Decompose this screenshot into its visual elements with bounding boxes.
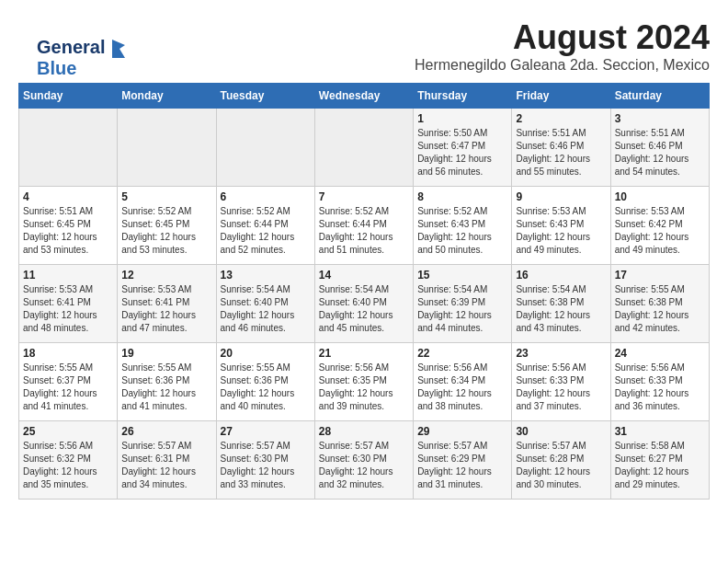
calendar-cell: 5Sunrise: 5:52 AM Sunset: 6:45 PM Daylig… bbox=[118, 187, 216, 265]
day-number: 21 bbox=[319, 347, 409, 360]
cell-info: Sunrise: 5:51 AM Sunset: 6:46 PM Dayligh… bbox=[615, 127, 705, 178]
calendar-cell: 3Sunrise: 5:51 AM Sunset: 6:46 PM Daylig… bbox=[610, 109, 709, 187]
calendar-cell bbox=[118, 109, 216, 187]
calendar-cell: 12Sunrise: 5:53 AM Sunset: 6:41 PM Dayli… bbox=[118, 265, 216, 343]
calendar-cell bbox=[216, 109, 314, 187]
calendar-cell: 16Sunrise: 5:54 AM Sunset: 6:38 PM Dayli… bbox=[512, 265, 610, 343]
day-number: 19 bbox=[121, 347, 211, 360]
day-number: 23 bbox=[516, 347, 606, 360]
cell-info: Sunrise: 5:56 AM Sunset: 6:34 PM Dayligh… bbox=[417, 362, 507, 413]
day-number: 30 bbox=[516, 425, 606, 438]
weekday-header-sunday: Sunday bbox=[19, 84, 118, 109]
day-number: 4 bbox=[23, 190, 113, 203]
logo-icon bbox=[112, 40, 125, 58]
cell-info: Sunrise: 5:58 AM Sunset: 6:27 PM Dayligh… bbox=[615, 440, 705, 491]
calendar-cell: 7Sunrise: 5:52 AM Sunset: 6:44 PM Daylig… bbox=[314, 187, 413, 265]
logo: General Blue bbox=[37, 37, 125, 79]
calendar-week-3: 11Sunrise: 5:53 AM Sunset: 6:41 PM Dayli… bbox=[19, 265, 710, 343]
calendar-cell: 28Sunrise: 5:57 AM Sunset: 6:30 PM Dayli… bbox=[314, 421, 413, 500]
cell-info: Sunrise: 5:52 AM Sunset: 6:45 PM Dayligh… bbox=[121, 205, 211, 257]
calendar-cell: 19Sunrise: 5:55 AM Sunset: 6:36 PM Dayli… bbox=[118, 343, 216, 421]
weekday-header-friday: Friday bbox=[512, 84, 610, 109]
calendar-cell: 2Sunrise: 5:51 AM Sunset: 6:46 PM Daylig… bbox=[512, 109, 610, 187]
cell-info: Sunrise: 5:56 AM Sunset: 6:35 PM Dayligh… bbox=[319, 362, 409, 413]
cell-info: Sunrise: 5:55 AM Sunset: 6:36 PM Dayligh… bbox=[221, 362, 311, 413]
cell-info: Sunrise: 5:53 AM Sunset: 6:41 PM Dayligh… bbox=[23, 283, 113, 335]
day-number: 8 bbox=[417, 190, 507, 203]
calendar-week-1: 1Sunrise: 5:50 AM Sunset: 6:47 PM Daylig… bbox=[19, 109, 710, 187]
day-number: 5 bbox=[121, 190, 211, 203]
calendar-cell: 6Sunrise: 5:52 AM Sunset: 6:44 PM Daylig… bbox=[216, 187, 314, 265]
cell-info: Sunrise: 5:50 AM Sunset: 6:47 PM Dayligh… bbox=[417, 127, 507, 178]
calendar-cell: 20Sunrise: 5:55 AM Sunset: 6:36 PM Dayli… bbox=[216, 343, 314, 421]
calendar-cell: 15Sunrise: 5:54 AM Sunset: 6:39 PM Dayli… bbox=[414, 265, 512, 343]
day-number: 16 bbox=[516, 269, 606, 282]
day-number: 25 bbox=[23, 425, 113, 438]
calendar-cell: 17Sunrise: 5:55 AM Sunset: 6:38 PM Dayli… bbox=[610, 265, 709, 343]
calendar-cell: 11Sunrise: 5:53 AM Sunset: 6:41 PM Dayli… bbox=[19, 265, 118, 343]
cell-info: Sunrise: 5:56 AM Sunset: 6:33 PM Dayligh… bbox=[516, 362, 606, 413]
calendar-table: SundayMondayTuesdayWednesdayThursdayFrid… bbox=[18, 83, 710, 500]
weekday-header-row: SundayMondayTuesdayWednesdayThursdayFrid… bbox=[19, 84, 710, 109]
cell-info: Sunrise: 5:57 AM Sunset: 6:31 PM Dayligh… bbox=[121, 440, 211, 491]
svg-marker-0 bbox=[112, 40, 125, 58]
weekday-header-thursday: Thursday bbox=[414, 84, 512, 109]
day-number: 9 bbox=[516, 190, 606, 203]
weekday-header-monday: Monday bbox=[118, 84, 216, 109]
calendar-cell: 29Sunrise: 5:57 AM Sunset: 6:29 PM Dayli… bbox=[414, 421, 512, 500]
calendar-cell bbox=[314, 109, 413, 187]
calendar-week-2: 4Sunrise: 5:51 AM Sunset: 6:45 PM Daylig… bbox=[19, 187, 710, 265]
calendar-cell: 24Sunrise: 5:56 AM Sunset: 6:33 PM Dayli… bbox=[610, 343, 709, 421]
calendar-cell: 9Sunrise: 5:53 AM Sunset: 6:43 PM Daylig… bbox=[512, 187, 610, 265]
day-number: 2 bbox=[516, 112, 606, 125]
calendar-cell: 8Sunrise: 5:52 AM Sunset: 6:43 PM Daylig… bbox=[414, 187, 512, 265]
cell-info: Sunrise: 5:51 AM Sunset: 6:46 PM Dayligh… bbox=[516, 127, 606, 178]
day-number: 15 bbox=[417, 269, 507, 282]
cell-info: Sunrise: 5:57 AM Sunset: 6:30 PM Dayligh… bbox=[319, 440, 409, 491]
cell-info: Sunrise: 5:54 AM Sunset: 6:39 PM Dayligh… bbox=[417, 283, 507, 335]
page-wrapper: General Blue August 2024 Hermenegildo Ga… bbox=[18, 18, 710, 500]
cell-info: Sunrise: 5:52 AM Sunset: 6:44 PM Dayligh… bbox=[221, 205, 311, 257]
cell-info: Sunrise: 5:52 AM Sunset: 6:43 PM Dayligh… bbox=[417, 205, 507, 257]
logo-blue: Blue bbox=[37, 58, 125, 79]
calendar-cell: 14Sunrise: 5:54 AM Sunset: 6:40 PM Dayli… bbox=[314, 265, 413, 343]
day-number: 22 bbox=[417, 347, 507, 360]
cell-info: Sunrise: 5:52 AM Sunset: 6:44 PM Dayligh… bbox=[319, 205, 409, 257]
calendar-cell: 22Sunrise: 5:56 AM Sunset: 6:34 PM Dayli… bbox=[414, 343, 512, 421]
calendar-cell: 13Sunrise: 5:54 AM Sunset: 6:40 PM Dayli… bbox=[216, 265, 314, 343]
cell-info: Sunrise: 5:56 AM Sunset: 6:33 PM Dayligh… bbox=[615, 362, 705, 413]
calendar-cell: 4Sunrise: 5:51 AM Sunset: 6:45 PM Daylig… bbox=[19, 187, 118, 265]
day-number: 18 bbox=[23, 347, 113, 360]
calendar-cell: 1Sunrise: 5:50 AM Sunset: 6:47 PM Daylig… bbox=[414, 109, 512, 187]
day-number: 26 bbox=[121, 425, 211, 438]
day-number: 17 bbox=[615, 269, 705, 282]
cell-info: Sunrise: 5:55 AM Sunset: 6:37 PM Dayligh… bbox=[23, 362, 113, 413]
day-number: 13 bbox=[221, 269, 311, 282]
calendar-cell: 30Sunrise: 5:57 AM Sunset: 6:28 PM Dayli… bbox=[512, 421, 610, 500]
calendar-cell: 10Sunrise: 5:53 AM Sunset: 6:42 PM Dayli… bbox=[610, 187, 709, 265]
cell-info: Sunrise: 5:57 AM Sunset: 6:29 PM Dayligh… bbox=[417, 440, 507, 491]
day-number: 11 bbox=[23, 269, 113, 282]
calendar-cell: 23Sunrise: 5:56 AM Sunset: 6:33 PM Dayli… bbox=[512, 343, 610, 421]
day-number: 10 bbox=[615, 190, 705, 203]
calendar-week-4: 18Sunrise: 5:55 AM Sunset: 6:37 PM Dayli… bbox=[19, 343, 710, 421]
day-number: 31 bbox=[615, 425, 705, 438]
weekday-header-wednesday: Wednesday bbox=[314, 84, 413, 109]
logo-general: General bbox=[37, 37, 105, 57]
cell-info: Sunrise: 5:54 AM Sunset: 6:40 PM Dayligh… bbox=[221, 283, 311, 335]
day-number: 20 bbox=[221, 347, 311, 360]
day-number: 3 bbox=[615, 112, 705, 125]
day-number: 27 bbox=[221, 425, 311, 438]
calendar-cell bbox=[19, 109, 118, 187]
cell-info: Sunrise: 5:56 AM Sunset: 6:32 PM Dayligh… bbox=[23, 440, 113, 491]
day-number: 28 bbox=[319, 425, 409, 438]
cell-info: Sunrise: 5:57 AM Sunset: 6:28 PM Dayligh… bbox=[516, 440, 606, 491]
cell-info: Sunrise: 5:55 AM Sunset: 6:36 PM Dayligh… bbox=[121, 362, 211, 413]
day-number: 12 bbox=[121, 269, 211, 282]
cell-info: Sunrise: 5:53 AM Sunset: 6:43 PM Dayligh… bbox=[516, 205, 606, 257]
weekday-header-saturday: Saturday bbox=[610, 84, 709, 109]
day-number: 7 bbox=[319, 190, 409, 203]
calendar-cell: 25Sunrise: 5:56 AM Sunset: 6:32 PM Dayli… bbox=[19, 421, 118, 500]
cell-info: Sunrise: 5:55 AM Sunset: 6:38 PM Dayligh… bbox=[615, 283, 705, 335]
calendar-cell: 31Sunrise: 5:58 AM Sunset: 6:27 PM Dayli… bbox=[610, 421, 709, 500]
